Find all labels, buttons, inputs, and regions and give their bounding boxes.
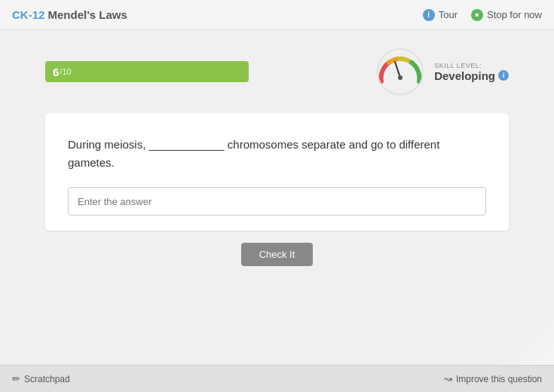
svg-point-1: [398, 75, 402, 80]
skill-value-text: Developing: [434, 69, 495, 82]
app-header: CK-12 Mendel's Laws i Tour ■ Stop for no…: [0, 0, 554, 30]
improve-button[interactable]: ↝ Improve this question: [444, 373, 542, 384]
tour-button[interactable]: i Tour: [423, 9, 458, 21]
app-footer: ✏ Scratchpad ↝ Improve this question: [0, 365, 554, 392]
tour-icon: i: [423, 9, 435, 21]
scratchpad-label: Scratchpad: [24, 374, 70, 384]
skill-info: SKILL LEVEL: Developing i: [434, 62, 509, 82]
question-card: During meiosis, ____________ chromosomes…: [45, 113, 509, 231]
main-content: 6 /10: [0, 30, 554, 365]
gauge-svg: [374, 45, 427, 98]
improve-label: Improve this question: [456, 374, 542, 384]
progress-bar: 6 /10: [45, 61, 249, 82]
check-button[interactable]: Check It: [241, 243, 314, 266]
progress-row: 6 /10: [45, 45, 509, 98]
question-text: During meiosis, ____________ chromosomes…: [68, 136, 486, 172]
app-logo: CK-12 Mendel's Laws: [12, 8, 127, 21]
progress-current: 6: [53, 66, 59, 78]
skill-value-row: Developing i: [434, 69, 509, 82]
header-title: Mendel's Laws: [48, 8, 127, 21]
stop-icon: ■: [471, 9, 483, 21]
improve-icon: ↝: [444, 373, 452, 384]
scratchpad-button[interactable]: ✏ Scratchpad: [12, 373, 70, 384]
check-button-wrap: Check It: [45, 243, 509, 266]
progress-total: /10: [60, 67, 71, 76]
skill-label: SKILL LEVEL:: [434, 62, 509, 69]
skill-level-container: SKILL LEVEL: Developing i: [374, 45, 509, 98]
skill-info-icon[interactable]: i: [498, 70, 509, 81]
answer-input[interactable]: [68, 187, 486, 216]
svg-line-0: [395, 62, 400, 78]
stop-label: Stop for now: [487, 9, 542, 20]
header-actions: i Tour ■ Stop for now: [423, 9, 542, 21]
stop-button[interactable]: ■ Stop for now: [471, 9, 542, 21]
scratchpad-icon: ✏: [12, 373, 20, 384]
skill-gauge: [374, 45, 427, 98]
tour-label: Tour: [439, 9, 458, 20]
